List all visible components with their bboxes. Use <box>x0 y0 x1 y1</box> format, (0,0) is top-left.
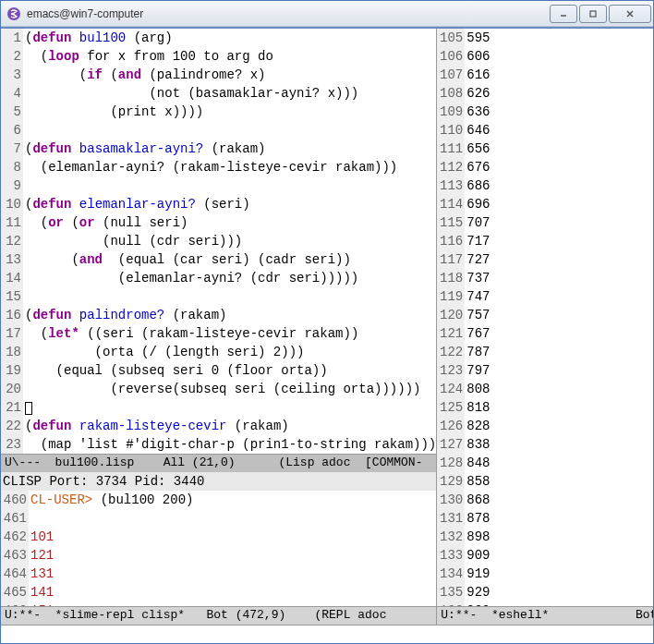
close-button[interactable] <box>609 5 651 23</box>
eshell-line[interactable]: 115707 <box>437 213 653 232</box>
eshell-line[interactable]: 123797 <box>437 361 653 380</box>
eshell-line[interactable]: 134919 <box>437 565 653 583</box>
source-line[interactable]: 6 <box>1 121 436 140</box>
eshell-text[interactable]: 606 <box>465 47 490 66</box>
source-line[interactable]: 23 (map 'list #'digit-char-p (prin1-to-s… <box>1 435 436 454</box>
eshell-text[interactable]: 646 <box>465 121 490 140</box>
source-line[interactable]: 20 (reverse(subseq seri (ceiling orta)))… <box>1 380 436 398</box>
source-line[interactable]: 10(defun elemanlar-ayni? (seri) <box>1 195 436 213</box>
eshell-line[interactable]: 112676 <box>437 158 653 176</box>
eshell-line[interactable]: 131878 <box>437 509 653 528</box>
source-modeline[interactable]: U\--- bul100.lisp All (21,0) (Lisp adoc … <box>1 454 436 472</box>
code-text[interactable]: (defun palindrome? (rakam) <box>23 306 226 324</box>
source-line[interactable]: 1(defun bul100 (arg) <box>1 29 436 47</box>
code-text[interactable]: (equal (subseq seri 0 (floor orta)) <box>23 361 328 380</box>
eshell-text[interactable]: 727 <box>465 250 490 269</box>
eshell-line[interactable]: 107616 <box>437 66 653 84</box>
source-line[interactable]: 8 (elemanlar-ayni? (rakam-listeye-cevir … <box>1 158 436 176</box>
code-text[interactable]: (reverse(subseq seri (ceiling orta)))))) <box>23 380 420 398</box>
source-line[interactable]: 2 (loop for x from 100 to arg do <box>1 47 436 66</box>
source-line[interactable]: 11 (or (or (null seri) <box>1 213 436 232</box>
eshell-line[interactable]: 120757 <box>437 306 653 324</box>
maximize-button[interactable] <box>579 5 607 23</box>
eshell-text[interactable]: 848 <box>465 454 490 472</box>
eshell-line[interactable]: 106606 <box>437 47 653 66</box>
eshell-text[interactable]: 818 <box>465 398 490 417</box>
eshell-text[interactable]: 808 <box>465 380 490 398</box>
eshell-line[interactable]: 126828 <box>437 417 653 435</box>
repl-line[interactable]: 464131 <box>1 565 436 583</box>
eshell-text[interactable]: 676 <box>465 158 490 176</box>
code-text[interactable]: (print x)))) <box>23 103 203 121</box>
eshell-text[interactable]: 595 <box>465 29 490 47</box>
source-line[interactable]: 18 (orta (/ (length seri) 2))) <box>1 343 436 361</box>
eshell-text[interactable]: 797 <box>465 361 490 380</box>
eshell-line[interactable]: 125818 <box>437 398 653 417</box>
source-line[interactable]: 9 <box>1 176 436 195</box>
eshell-line[interactable]: 124808 <box>437 380 653 398</box>
eshell-body[interactable]: 1055951066061076161086261096361106461116… <box>437 29 653 606</box>
eshell-text[interactable]: 626 <box>465 84 490 103</box>
eshell-text[interactable]: 656 <box>465 140 490 158</box>
eshell-line[interactable]: 135929 <box>437 583 653 601</box>
eshell-modeline[interactable]: U:**- *eshell* Bot (14 <box>437 606 653 625</box>
code-text[interactable]: (loop for x from 100 to arg do <box>23 47 273 66</box>
eshell-text[interactable]: 707 <box>465 213 490 232</box>
source-pane[interactable]: 1(defun bul100 (arg)2 (loop for x from 1… <box>1 29 436 472</box>
eshell-line[interactable]: 110646 <box>437 121 653 140</box>
source-line[interactable]: 3 (if (and (palindrome? x) <box>1 66 436 84</box>
code-text[interactable]: (and (equal (car seri) (cadr seri)) <box>23 250 351 269</box>
repl-line[interactable]: 461 <box>1 509 436 528</box>
source-body[interactable]: 1(defun bul100 (arg)2 (loop for x from 1… <box>1 29 436 454</box>
code-text[interactable]: (elemanlar-ayni? (rakam-listeye-cevir ra… <box>23 158 397 176</box>
source-line[interactable]: 14 (elemanlar-ayni? (cdr seri))))) <box>1 269 436 287</box>
source-line[interactable]: 16(defun palindrome? (rakam) <box>1 306 436 324</box>
eshell-text[interactable]: 878 <box>465 509 490 528</box>
repl-pane[interactable]: CLISP Port: 3734 Pid: 3440 460CL-USER> (… <box>1 472 436 625</box>
source-line[interactable]: 7(defun basamaklar-ayni? (rakam) <box>1 140 436 158</box>
code-text[interactable]: (null (cdr seri))) <box>23 232 242 250</box>
eshell-text[interactable]: 616 <box>465 66 490 84</box>
code-text[interactable]: (or (or (null seri) <box>23 213 188 232</box>
repl-line[interactable]: 460CL-USER> (bul100 200) <box>1 491 436 509</box>
code-text[interactable]: (defun basamaklar-ayni? (rakam) <box>23 140 265 158</box>
eshell-text[interactable]: 919 <box>465 565 490 583</box>
repl-body[interactable]: 460CL-USER> (bul100 200)461462101 463121… <box>1 491 436 606</box>
eshell-text[interactable]: 828 <box>465 417 490 435</box>
repl-text[interactable]: 141 <box>29 583 62 601</box>
code-text[interactable]: (let* ((seri (rakam-listeye-cevir rakam)… <box>23 324 358 343</box>
code-text[interactable]: (defun elemanlar-ayni? (seri) <box>23 195 250 213</box>
eshell-line[interactable]: 105595 <box>437 29 653 47</box>
eshell-line[interactable]: 116717 <box>437 232 653 250</box>
source-line[interactable]: 21 <box>1 398 436 417</box>
repl-line[interactable]: 462101 <box>1 528 436 546</box>
eshell-text[interactable]: 898 <box>465 528 490 546</box>
eshell-text[interactable]: 767 <box>465 324 490 343</box>
minibuffer[interactable] <box>1 625 653 643</box>
code-text[interactable]: (elemanlar-ayni? (cdr seri))))) <box>23 269 358 287</box>
source-line[interactable]: 12 (null (cdr seri))) <box>1 232 436 250</box>
code-text[interactable]: (defun rakam-listeye-cevir (rakam) <box>23 417 289 435</box>
eshell-text[interactable]: 868 <box>465 491 490 509</box>
eshell-line[interactable]: 133909 <box>437 546 653 565</box>
eshell-text[interactable]: 696 <box>465 195 490 213</box>
eshell-line[interactable]: 109636 <box>437 103 653 121</box>
eshell-text[interactable]: 858 <box>465 472 490 491</box>
repl-text[interactable]: 101 <box>29 528 62 546</box>
eshell-line[interactable]: 129858 <box>437 472 653 491</box>
eshell-text[interactable]: 686 <box>465 176 490 195</box>
source-line[interactable]: 15 <box>1 287 436 306</box>
code-text[interactable]: (map 'list #'digit-char-p (prin1-to-stri… <box>23 435 436 454</box>
source-line[interactable]: 17 (let* ((seri (rakam-listeye-cevir rak… <box>1 324 436 343</box>
code-text[interactable]: (not (basamaklar-ayni? x))) <box>23 84 358 103</box>
code-text[interactable]: (if (and (palindrome? x) <box>23 66 265 84</box>
source-line[interactable]: 4 (not (basamaklar-ayni? x))) <box>1 84 436 103</box>
eshell-line[interactable]: 117727 <box>437 250 653 269</box>
eshell-line[interactable]: 114696 <box>437 195 653 213</box>
eshell-text[interactable]: 929 <box>465 583 490 601</box>
eshell-line[interactable]: 122787 <box>437 343 653 361</box>
eshell-text[interactable]: 717 <box>465 232 490 250</box>
source-line[interactable]: 13 (and (equal (car seri) (cadr seri)) <box>1 250 436 269</box>
eshell-line[interactable]: 118737 <box>437 269 653 287</box>
eshell-line[interactable]: 127838 <box>437 435 653 454</box>
